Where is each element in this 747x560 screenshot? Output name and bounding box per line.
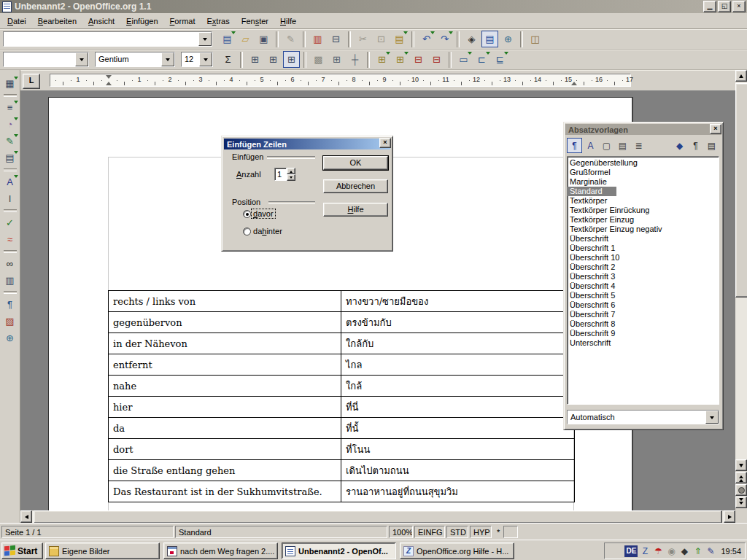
nonprinting-characters-button[interactable]: ¶ <box>2 297 18 312</box>
optimize-button[interactable]: ⊞ <box>283 51 300 68</box>
style-list-item[interactable]: Unterschrift <box>568 338 616 348</box>
font-name-dropdown-button[interactable] <box>161 52 174 66</box>
menu-extras[interactable]: Extras <box>201 15 235 28</box>
radio-dahinter[interactable] <box>243 228 251 236</box>
redo-button[interactable]: ↷ <box>436 31 453 47</box>
close-button[interactable]: × <box>732 1 746 12</box>
print-button[interactable]: ⊟ <box>328 31 344 47</box>
style-list-item[interactable]: Überschrift 9 <box>568 329 618 338</box>
table-cell-thai[interactable]: ทางขวา/ซายมือของ <box>341 291 575 312</box>
spin-up-button[interactable] <box>287 168 295 174</box>
style-list-item[interactable]: Textkörper Einzug <box>568 215 637 225</box>
open-button[interactable]: ▱ <box>237 31 254 47</box>
update-style-button[interactable]: ▤ <box>704 138 719 153</box>
font-size-value[interactable]: 12 <box>182 52 199 66</box>
antivirus-icon[interactable]: ☂ <box>652 545 664 557</box>
table-cell-german[interactable]: in der Nähevon <box>109 333 341 354</box>
table-cell-thai[interactable]: ตรงข้ามกับ <box>341 312 575 333</box>
autotext-button[interactable]: A <box>2 174 18 190</box>
menu-format[interactable]: Format <box>164 15 201 28</box>
style-list-item[interactable]: Überschrift 8 <box>568 319 618 329</box>
merge-cells-button[interactable]: ⊞ <box>247 51 263 68</box>
delete-column-button[interactable]: ⊟ <box>428 51 445 68</box>
find-replace-button[interactable]: ∞ <box>2 256 18 271</box>
page-styles-button[interactable]: ▤ <box>615 138 630 153</box>
style-filter-combobox[interactable]: Automatisch <box>567 410 719 424</box>
delete-row-button[interactable]: ⊟ <box>410 51 427 68</box>
horizontal-scrollbar-thumb[interactable] <box>34 510 722 524</box>
split-cells-button[interactable]: ⊞ <box>265 51 282 68</box>
scroll-down-button[interactable] <box>735 459 747 471</box>
start-button[interactable]: Start <box>1 542 43 559</box>
status-insert-mode[interactable]: EINFG <box>414 526 445 538</box>
status-page-style[interactable]: Standard <box>175 526 387 538</box>
style-list-item[interactable]: Überschrift <box>568 234 616 244</box>
menu-datei[interactable]: Datei <box>1 15 32 28</box>
border-style-button[interactable]: ┼ <box>347 51 363 68</box>
radio-davor[interactable] <box>243 210 251 218</box>
table-cell-german[interactable]: die Straße entlang gehen <box>109 460 341 481</box>
style-list-item[interactable]: Überschrift 4 <box>568 281 618 291</box>
status-selection-mode[interactable]: STD <box>446 526 468 538</box>
dialog-titlebar[interactable]: Einfügen Zeilen <box>224 139 390 149</box>
new-style-from-selection-button[interactable]: ¶ <box>688 138 703 153</box>
export-pdf-button[interactable]: ▥ <box>309 31 326 47</box>
style-combobox[interactable] <box>3 52 89 67</box>
ok-button[interactable]: OK <box>323 156 388 170</box>
style-list-item[interactable]: Gegenüberstellung <box>568 158 640 168</box>
fill-format-mode-button[interactable]: ◆ <box>672 138 687 153</box>
table-cell-german[interactable]: Das Restaurant ist in der Sukhumvitstraß… <box>109 481 341 502</box>
data-sources-button[interactable]: ▥ <box>2 273 18 288</box>
style-list-item[interactable]: Überschrift 10 <box>568 253 622 262</box>
navigation-button[interactable] <box>735 484 747 496</box>
url-combobox[interactable] <box>3 31 212 47</box>
style-list-item[interactable]: Grußformel <box>568 168 616 177</box>
paste-button[interactable]: ▤ <box>391 31 408 47</box>
tablet-icon[interactable]: ✎ <box>705 545 716 557</box>
vertical-scrollbar-thumb[interactable] <box>735 83 747 298</box>
task-eigene-bilder[interactable]: Eigene Bilder <box>45 542 160 559</box>
style-list-item[interactable]: Überschrift 1 <box>568 244 618 253</box>
table-cell-thai[interactable]: ใกล้ <box>341 376 575 397</box>
form-functions-button[interactable]: ▤ <box>2 150 18 166</box>
table-cell-thai[interactable]: ใกล้กับ <box>341 333 575 354</box>
style-list-item[interactable]: Standard <box>568 187 616 196</box>
stylist-titlebar[interactable]: Absatzvorlagen <box>565 124 721 135</box>
table-cell-thai[interactable]: ที่นี่ <box>341 397 575 418</box>
font-name-value[interactable]: Gentium <box>96 52 161 66</box>
table-cell-thai[interactable]: ที่โนน <box>341 439 575 460</box>
table-cell-german[interactable]: da <box>109 418 341 439</box>
anzahl-value[interactable]: 1 <box>274 168 287 181</box>
table-cell-german[interactable]: gegenübervon <box>109 312 341 333</box>
style-list-item[interactable]: Überschrift 2 <box>568 262 618 272</box>
wrap-through-button[interactable]: ⊑ <box>492 51 508 68</box>
previous-page-button[interactable] <box>735 472 747 483</box>
status-hyperlink-mode[interactable]: HYP <box>470 526 492 538</box>
url-value[interactable] <box>4 32 198 46</box>
insert-row-button[interactable]: ⊞ <box>374 51 390 68</box>
stylist-close-button[interactable]: × <box>710 124 721 134</box>
cut-button[interactable]: ✂ <box>355 31 371 47</box>
stylist-button[interactable]: ▤ <box>481 31 498 47</box>
navigator-button[interactable]: ◈ <box>463 31 480 47</box>
style-list-item[interactable]: Textkörper Einzug negativ <box>568 225 665 234</box>
tab-stop-type-button[interactable]: L <box>23 74 40 89</box>
font-name-combobox[interactable]: Gentium <box>95 52 175 67</box>
style-list-item[interactable]: Textkörper Einrückung <box>568 206 652 215</box>
menu-einfuegen[interactable]: Einfügen <box>120 15 163 28</box>
quickstarter-icon[interactable]: Z <box>639 545 651 557</box>
spellcheck-button[interactable]: ✓ <box>2 215 18 230</box>
radio-davor-label[interactable]: davor <box>252 209 275 218</box>
gallery-button[interactable]: ◫ <box>527 31 543 47</box>
task-unbenannt2[interactable]: Unbenannt2 - OpenOf... <box>282 542 396 559</box>
minimize-button[interactable]: ▁ <box>703 1 716 12</box>
table-cell-german[interactable]: rechts / links von <box>109 291 341 312</box>
menu-ansicht[interactable]: Ansicht <box>82 15 120 28</box>
volume-icon[interactable]: ◉ <box>665 545 677 557</box>
table-cell-german[interactable]: nahe <box>109 376 341 397</box>
table-cell-thai[interactable]: ไกล <box>341 354 575 376</box>
table-cell-german[interactable]: hier <box>109 397 341 418</box>
ruler[interactable]: 11234567891011121314151617 <box>50 74 631 87</box>
style-combobox-value[interactable] <box>4 52 75 66</box>
copy-button[interactable]: ⊡ <box>373 31 390 47</box>
